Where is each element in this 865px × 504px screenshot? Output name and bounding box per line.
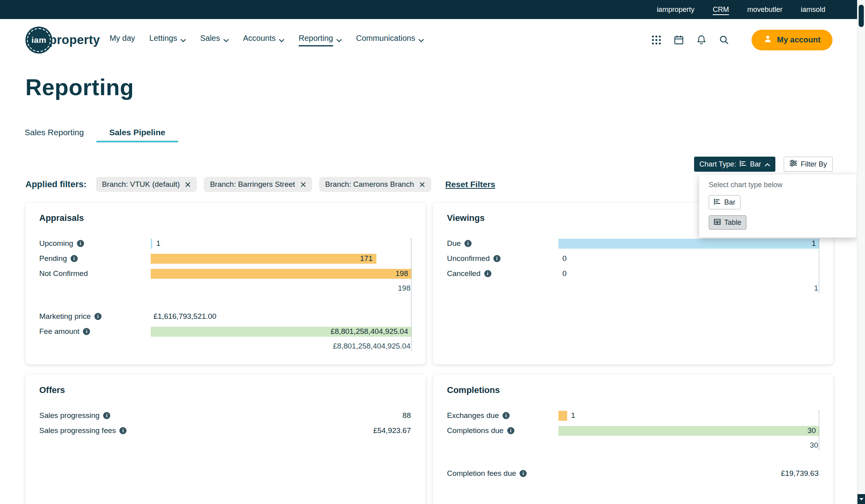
topbar-link-crm[interactable]: CRM: [713, 6, 729, 14]
row-label: Completion fees due: [447, 469, 516, 478]
card-title: Offers: [39, 384, 412, 396]
header-icon-group: My account: [650, 30, 832, 50]
report-tabs: Sales Reporting Sales Pipeline: [12, 124, 857, 142]
completions-due-bar: 30: [558, 426, 819, 436]
info-icon[interactable]: i: [119, 427, 127, 434]
info-icon[interactable]: i: [94, 313, 102, 320]
close-icon[interactable]: [419, 182, 425, 188]
chevron-down-icon: [180, 35, 186, 44]
reset-filters-link[interactable]: Reset Filters: [445, 180, 495, 189]
chart-type-dropdown: Select chart type below Bar: [699, 174, 857, 238]
chart-type-button[interactable]: Chart Type: Bar: [694, 157, 775, 172]
chart-type-option-table[interactable]: Table: [709, 215, 746, 230]
row-label: Completions due: [447, 426, 504, 435]
chart-row-marketing-price: Marketing price i £1,616,793,521.00: [39, 309, 412, 324]
info-icon[interactable]: i: [464, 240, 472, 247]
close-icon[interactable]: [185, 182, 191, 188]
info-icon[interactable]: i: [71, 255, 78, 262]
bar-chart-icon: [740, 160, 746, 169]
chevron-down-icon: [223, 35, 229, 44]
viewings-chart: Due i 1 Unconfirmed i: [447, 236, 819, 295]
bar-track: 30: [558, 426, 819, 436]
logo-circle: iam: [25, 27, 52, 54]
bar-track: 171: [151, 254, 412, 264]
row-value: £1,616,793,521.00: [153, 312, 217, 322]
apps-grid-icon[interactable]: [650, 34, 662, 46]
chevron-up-icon: [765, 160, 770, 169]
nav-item-accounts[interactable]: Accounts: [243, 34, 284, 46]
chart-row-sales-progressing: Sales progressing i 88: [39, 408, 412, 423]
due-bar: 1: [558, 239, 819, 249]
nav-item-sales[interactable]: Sales: [200, 34, 229, 46]
topbar-link-iamproperty[interactable]: iamproperty: [657, 6, 694, 14]
chevron-down-icon: [336, 35, 342, 44]
nav-item-reporting[interactable]: Reporting: [299, 34, 342, 46]
value-track: 88: [151, 411, 412, 421]
nav-item-communications[interactable]: Communications: [356, 34, 424, 46]
page-content: iamproperty CRM movebutler iamsold iam p…: [0, 0, 857, 504]
logo-circle-text: iam: [31, 35, 46, 45]
axis-max-label: 198: [39, 281, 412, 295]
info-icon[interactable]: i: [77, 240, 84, 247]
tab-sales-pipeline[interactable]: Sales Pipeline: [96, 124, 178, 142]
row-label: Unconfirmed: [447, 254, 490, 263]
scrollbar-down-button[interactable]: [857, 494, 865, 504]
filter-by-button[interactable]: Filter By: [784, 157, 833, 172]
scrollbar-thumb[interactable]: [859, 5, 864, 27]
bar-value: 1: [571, 411, 575, 421]
notifications-bell-icon[interactable]: [696, 34, 708, 46]
not-confirmed-bar: 198: [151, 269, 412, 279]
close-icon[interactable]: [300, 182, 306, 188]
chart-row-sales-progressing-fees: Sales progressing fees i £54,923.67: [39, 423, 412, 438]
nav-item-my-day[interactable]: My day: [109, 34, 135, 46]
chart-row-exchanges-due: Exchanges due i 1: [447, 408, 819, 423]
bar-value: 0: [562, 269, 567, 279]
vertical-scrollbar[interactable]: [857, 0, 865, 504]
bar-value: 1: [156, 239, 161, 249]
upcoming-bar: 1: [151, 239, 152, 249]
bar-value: 198: [395, 269, 408, 279]
axis-max-label: £8,801,258,404,925.04: [39, 339, 412, 353]
row-label: Sales progressing fees: [39, 426, 116, 435]
info-icon[interactable]: i: [493, 255, 501, 262]
chart-row-pending: Pending i 171: [39, 251, 412, 266]
card-title: Appraisals: [39, 212, 412, 224]
info-icon[interactable]: i: [83, 328, 90, 335]
appraisals-chart: Upcoming i 1 Pending i: [39, 236, 412, 353]
value-track: £19,739.63: [558, 469, 819, 479]
chart-row-not-confirmed: Not Confirmed 198: [39, 266, 412, 281]
tab-sales-reporting[interactable]: Sales Reporting: [12, 124, 96, 142]
topbar-link-movebutler[interactable]: movebutler: [747, 6, 783, 14]
info-icon[interactable]: i: [484, 270, 491, 277]
row-label: Due: [447, 239, 461, 248]
axis-max-label: 30: [447, 438, 819, 452]
info-icon[interactable]: i: [503, 412, 510, 419]
iamproperty-logo[interactable]: iam property: [25, 27, 100, 54]
my-account-button[interactable]: My account: [752, 30, 832, 50]
chart-controls: Chart Type: Bar: [25, 157, 833, 172]
search-icon[interactable]: [718, 34, 730, 46]
chart-row-cancelled: Cancelled i 0: [447, 266, 819, 281]
topbar-link-iamsold[interactable]: iamsold: [801, 6, 825, 14]
top-product-bar: iamproperty CRM movebutler iamsold: [0, 0, 857, 19]
row-label: Marketing price: [39, 312, 91, 321]
row-label: Upcoming: [39, 239, 73, 248]
calendar-icon[interactable]: [673, 34, 685, 46]
row-label: Cancelled: [447, 269, 481, 278]
bar-track: 1: [151, 239, 412, 249]
value-track: £54,923.67: [151, 426, 412, 436]
info-icon[interactable]: i: [507, 427, 514, 434]
bar-chart-icon: [714, 198, 721, 207]
info-icon[interactable]: i: [520, 470, 527, 477]
bar-track: £8,801,258,404,925.04: [151, 327, 412, 337]
page-title: Reporting: [25, 75, 857, 100]
axis-max-label: 1: [447, 281, 819, 295]
chart-type-option-bar[interactable]: Bar: [709, 195, 740, 209]
chart-row-completion-fees-due: Completion fees due i £19,739.63: [447, 466, 819, 481]
bar-track: 198: [151, 269, 412, 279]
info-icon[interactable]: i: [103, 412, 110, 419]
chart-row-unconfirmed: Unconfirmed i 0: [447, 251, 819, 266]
appraisals-card: Appraisals Upcoming i 1: [25, 203, 426, 364]
nav-item-lettings[interactable]: Lettings: [150, 34, 186, 46]
filter-chip-branch-barringers: Branch: Barringers Street: [204, 177, 312, 192]
